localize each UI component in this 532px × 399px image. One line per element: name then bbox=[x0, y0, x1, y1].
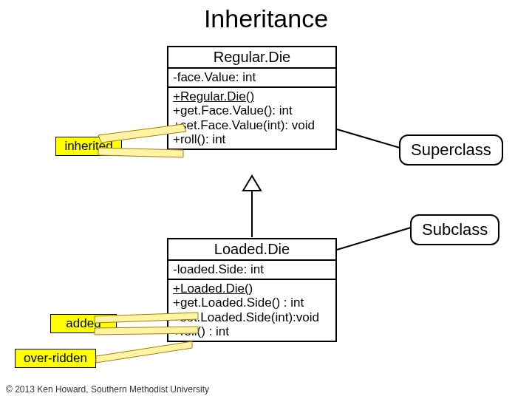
class-ops-superclass: +Regular.Die() +get.Face.Value(): int +s… bbox=[168, 88, 335, 149]
op-line: +roll() : int bbox=[173, 324, 331, 339]
op-line: +set.Face.Value(int): void bbox=[173, 118, 331, 133]
label-superclass: Superclass bbox=[399, 134, 503, 166]
svg-line-8 bbox=[337, 228, 411, 250]
class-name-superclass: Regular.Die bbox=[168, 47, 335, 69]
generalization-arrow bbox=[243, 176, 261, 237]
op-line: +get.Face.Value(): int bbox=[173, 103, 331, 118]
callout-overridden bbox=[96, 341, 192, 363]
label-subclass: Subclass bbox=[410, 214, 499, 245]
svg-line-7 bbox=[337, 129, 400, 148]
op-line: +Regular.Die() bbox=[173, 89, 331, 104]
uml-class-superclass: Regular.Die -face.Value: int +Regular.Di… bbox=[167, 46, 337, 150]
connector-superclass bbox=[337, 129, 400, 148]
class-attrs-superclass: -face.Value: int bbox=[168, 69, 335, 88]
op-line: +set.Loaded.Side(int):void bbox=[173, 310, 331, 325]
page-title: Inheritance bbox=[0, 4, 532, 33]
footer-text: © 2013 Ken Howard, Southern Methodist Un… bbox=[6, 384, 209, 395]
label-added: added bbox=[50, 314, 117, 333]
op-line: +get.Loaded.Side() : int bbox=[173, 296, 331, 310]
uml-class-subclass: Loaded.Die -loaded.Side: int +Loaded.Die… bbox=[167, 238, 337, 342]
attr-line: -face.Value: int bbox=[173, 70, 331, 85]
attr-line: -loaded.Side: int bbox=[173, 262, 331, 277]
class-ops-subclass: +Loaded.Die() +get.Loaded.Side() : int +… bbox=[168, 280, 335, 341]
label-inherited: inherited bbox=[55, 137, 122, 156]
class-name-subclass: Loaded.Die bbox=[168, 239, 335, 261]
label-overridden: over-ridden bbox=[15, 349, 96, 368]
class-attrs-subclass: -loaded.Side: int bbox=[168, 261, 335, 280]
svg-marker-6 bbox=[96, 341, 192, 363]
op-line: +roll(): int bbox=[173, 132, 331, 147]
connector-subclass bbox=[337, 228, 411, 250]
svg-marker-1 bbox=[243, 176, 261, 191]
op-line: +Loaded.Die() bbox=[173, 282, 331, 296]
